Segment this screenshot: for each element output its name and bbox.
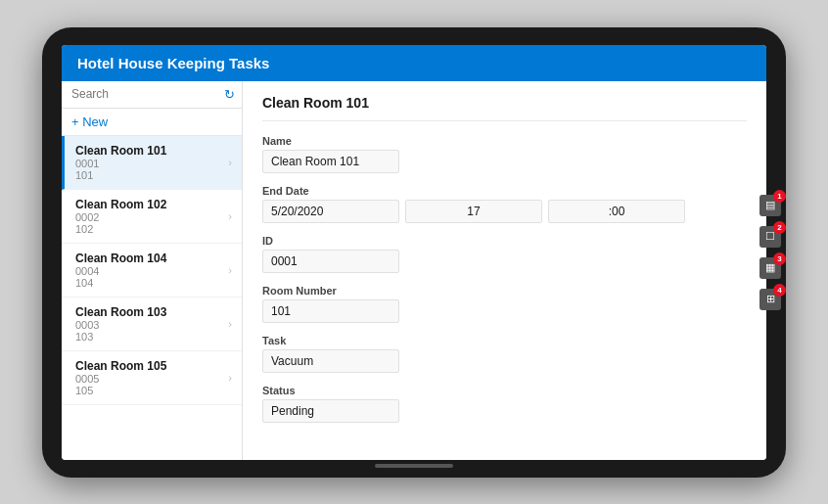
list-item[interactable]: Clean Room 105 0005 105 ›	[62, 351, 242, 405]
list-item-title: Clean Room 103	[75, 305, 166, 319]
field-group: Status Pending	[262, 385, 747, 423]
side-icon-4[interactable]: ⊞ 4	[757, 286, 784, 313]
app-header: Hotel House Keeping Tasks	[62, 45, 766, 81]
side-icon-3[interactable]: ▦ 3	[757, 254, 784, 282]
field-value: Clean Room 101	[262, 150, 399, 173]
refresh-icon[interactable]: ↻	[224, 87, 235, 102]
field-label: Name	[262, 135, 747, 147]
screen: Hotel House Keeping Tasks ↻ + New Clean …	[62, 45, 766, 460]
list-item-sub1: 0005	[75, 373, 166, 385]
chevron-right-icon: ›	[228, 318, 232, 330]
list-item-sub1: 0002	[75, 211, 166, 223]
chevron-right-icon: ›	[228, 210, 232, 222]
list-item-text: Clean Room 105 0005 105	[75, 359, 166, 396]
field-minute-value: :00	[548, 200, 685, 223]
list-item-sub2: 102	[75, 223, 166, 235]
chevron-right-icon: ›	[228, 157, 232, 168]
list-item[interactable]: Clean Room 101 0001 101 ›	[62, 136, 242, 190]
field-date-value: 5/20/2020	[262, 200, 399, 223]
detail-fields: Name Clean Room 101 End Date 5/20/2020 1…	[262, 135, 747, 423]
field-label: ID	[262, 235, 747, 247]
field-value: Pending	[262, 399, 399, 423]
search-input[interactable]	[71, 87, 218, 101]
field-value: 101	[262, 299, 399, 323]
list-item-sub2: 104	[75, 277, 166, 289]
list-item-title: Clean Room 104	[75, 252, 166, 265]
badge-3: 3	[773, 252, 786, 265]
list-item-sub2: 103	[75, 331, 166, 343]
list-item[interactable]: Clean Room 103 0003 103 ›	[62, 298, 242, 351]
sidebar: ↻ + New Clean Room 101 0001 101 › Clean …	[62, 81, 243, 460]
field-group: Name Clean Room 101	[262, 135, 747, 173]
list-item-sub1: 0003	[75, 319, 166, 331]
detail-panel: Clean Room 101 Name Clean Room 101 End D…	[243, 81, 766, 460]
side-icon-2[interactable]: ☐ 2	[757, 223, 784, 251]
list-item-title: Clean Room 102	[75, 198, 166, 211]
list-item-sub1: 0004	[75, 265, 166, 277]
app-title: Hotel House Keeping Tasks	[77, 55, 269, 71]
list-items: Clean Room 101 0001 101 › Clean Room 102…	[62, 136, 242, 460]
field-group: ID 0001	[262, 235, 747, 273]
side-icon-1[interactable]: ▤ 1	[757, 192, 784, 219]
field-hour-value: 17	[405, 200, 542, 223]
tablet-shell: Hotel House Keeping Tasks ↻ + New Clean …	[42, 27, 786, 478]
list-item-sub2: 105	[75, 385, 166, 396]
search-bar: ↻	[62, 81, 242, 109]
field-group: Task Vacuum	[262, 335, 747, 373]
badge-4: 4	[773, 284, 786, 297]
list-item-title: Clean Room 101	[75, 144, 166, 158]
date-row: 5/20/2020 17 :00	[262, 200, 747, 223]
list-item-sub1: 0001	[75, 158, 166, 169]
list-item-title: Clean Room 105	[75, 359, 166, 373]
field-label: Status	[262, 385, 747, 396]
list-item-sub2: 101	[75, 169, 166, 181]
badge-2: 2	[773, 221, 786, 234]
field-label: End Date	[262, 185, 747, 197]
list-item-text: Clean Room 102 0002 102	[75, 198, 166, 235]
list-item-text: Clean Room 101 0001 101	[75, 144, 166, 181]
main-area: ↻ + New Clean Room 101 0001 101 › Clean …	[62, 81, 766, 460]
new-button-row: + New	[62, 109, 242, 136]
list-item-text: Clean Room 103 0003 103	[75, 305, 166, 343]
chevron-right-icon: ›	[228, 264, 232, 276]
field-value: Vacuum	[262, 349, 399, 373]
field-label: Room Number	[262, 285, 747, 297]
list-item[interactable]: Clean Room 102 0002 102 ›	[62, 190, 242, 244]
field-value: 0001	[262, 250, 399, 273]
detail-title: Clean Room 101	[262, 95, 747, 121]
new-button[interactable]: + New	[71, 115, 108, 129]
badge-1: 1	[773, 190, 786, 203]
field-label: Task	[262, 335, 747, 346]
list-item[interactable]: Clean Room 104 0004 104 ›	[62, 244, 242, 298]
field-group: End Date 5/20/2020 17 :00	[262, 185, 747, 223]
field-group: Room Number 101	[262, 285, 747, 323]
chevron-right-icon: ›	[228, 372, 232, 384]
list-item-text: Clean Room 104 0004 104	[75, 252, 166, 289]
side-icons-panel: ▤ 1 ☐ 2 ▦ 3 ⊞ 4	[757, 192, 784, 313]
